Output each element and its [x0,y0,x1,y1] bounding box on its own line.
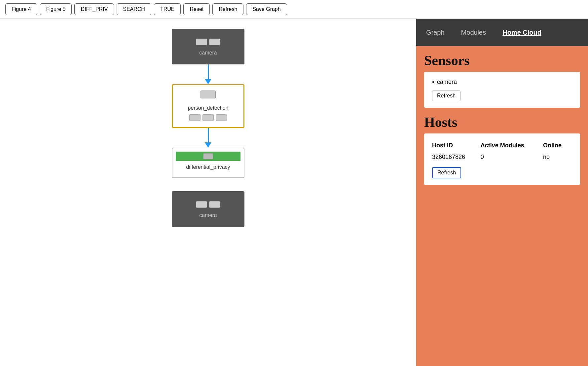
active-modules-value: 0 [481,152,543,162]
node-box-camera-top: camera [172,29,244,64]
diff-privacy-btn[interactable] [203,153,213,159]
camera-top-btn1[interactable] [196,39,207,45]
sensors-refresh-button[interactable]: Refresh [432,91,460,101]
arrow1 [205,64,211,84]
host-row: 3260167826 0 no [432,152,572,162]
nav-modules[interactable]: Modules [461,25,486,40]
nav-graph[interactable]: Graph [426,25,445,40]
camera-bottom-btn2[interactable] [209,201,220,208]
arrow1-line [208,64,209,79]
right-panel: Graph Modules Home Cloud Sensors • camer… [416,19,588,366]
true-button[interactable]: TRUE [154,3,181,15]
main-layout: camera person_detection [0,19,588,366]
node-diff-privacy: differential_privacy [172,148,244,178]
hosts-table: Host ID Active Modules Online 3260167826… [432,140,572,162]
person-btn3[interactable] [216,114,227,121]
hosts-card: Host ID Active Modules Online 3260167826… [424,133,580,185]
camera-bottom-btn1[interactable] [196,201,207,208]
person-btn2[interactable] [202,114,214,121]
toolbar: Figure 4 Figure 5 DIFF_PRIV SEARCH TRUE … [0,0,588,19]
diff-privacy-green-bar [176,152,240,161]
save-graph-button[interactable]: Save Graph [246,3,287,15]
hosts-title: Hosts [424,114,580,130]
person-btn1[interactable] [189,114,201,121]
diff-privacy-label: differential_privacy [186,164,230,170]
figure4-button[interactable]: Figure 4 [5,3,37,15]
arrow2-head [205,142,211,148]
arrow1-head [205,79,211,84]
node-box-diff-privacy: differential_privacy [172,148,244,178]
bullet-dot: • [432,78,434,86]
hosts-section: Hosts Host ID Active Modules Online [424,114,580,185]
node-camera-top: camera [172,29,244,64]
camera-top-btn2[interactable] [209,39,220,45]
sensors-section: Sensors • camera Refresh [424,53,580,108]
sensor-camera-item: • camera [432,78,572,86]
sensor-camera-label: camera [437,79,457,86]
nav-home-cloud[interactable]: Home Cloud [502,25,541,40]
hosts-refresh-button[interactable]: Refresh [432,167,461,178]
col-online: Online [543,140,572,152]
host-id-value: 3260167826 [432,152,481,162]
person-detection-label: person_detection [188,105,229,111]
online-value: no [543,152,572,162]
diff-priv-button[interactable]: DIFF_PRIV [74,3,114,15]
node-box-person-detection: person_detection [172,84,244,128]
figure5-button[interactable]: Figure 5 [40,3,72,15]
node-person-detection: person_detection [172,84,244,128]
arrow2 [205,128,211,148]
graph-area: camera person_detection [0,19,416,366]
refresh-toolbar-button[interactable]: Refresh [212,3,243,15]
node-camera-bottom: camera [172,191,244,227]
col-host-id: Host ID [432,140,481,152]
camera-top-label: camera [199,50,217,56]
arrow2-line [208,128,209,142]
col-active-modules: Active Modules [481,140,543,152]
right-content: Sensors • camera Refresh Hosts H [416,46,588,192]
camera-bottom-label: camera [199,212,217,218]
reset-button[interactable]: Reset [183,3,210,15]
right-nav: Graph Modules Home Cloud [416,19,588,46]
person-detection-top-btn[interactable] [201,91,216,98]
search-button[interactable]: SEARCH [117,3,151,15]
node-box-camera-bottom: camera [172,191,244,227]
sensors-card: • camera Refresh [424,72,580,108]
sensors-title: Sensors [424,53,580,68]
graph-container: camera person_detection [92,29,324,227]
